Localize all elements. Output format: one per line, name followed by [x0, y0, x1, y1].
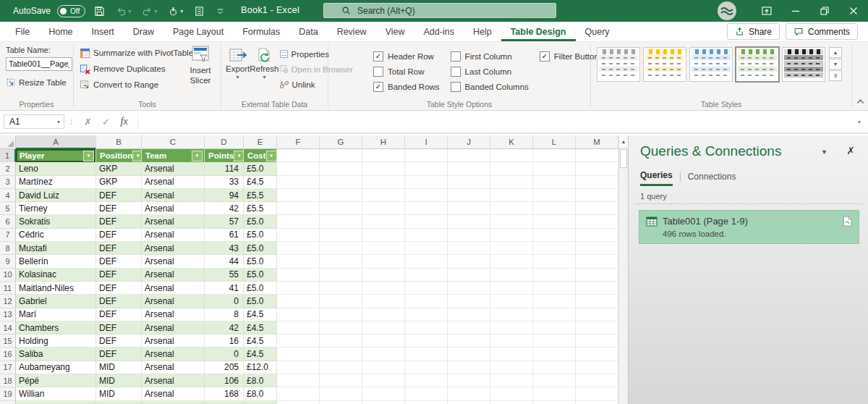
cell-E7[interactable]: £5.0	[244, 229, 277, 242]
cell-I6[interactable]	[405, 215, 448, 228]
column-header-G[interactable]: G	[320, 135, 362, 149]
cell-M10[interactable]	[576, 269, 618, 282]
tab-data[interactable]: Data	[289, 22, 327, 41]
cell-H16[interactable]	[362, 348, 405, 361]
cell-D3[interactable]: 33	[205, 176, 244, 189]
cell-L11[interactable]	[533, 282, 576, 295]
tab-review[interactable]: Review	[328, 22, 376, 41]
cell-M9[interactable]	[576, 255, 618, 268]
cell-H12[interactable]	[362, 295, 405, 308]
cell-L10[interactable]	[533, 269, 576, 282]
cell-E8[interactable]: £5.0	[244, 242, 277, 255]
cell-K6[interactable]	[490, 215, 533, 228]
table-header-points[interactable]: Points▾	[205, 149, 244, 162]
scrollbar-thumb[interactable]	[620, 149, 627, 168]
row-header-14[interactable]: 14	[0, 321, 16, 334]
cell-K9[interactable]	[490, 255, 533, 268]
tab-draw[interactable]: Draw	[124, 22, 163, 41]
cell-F19[interactable]	[277, 387, 320, 400]
cell-K19[interactable]	[490, 387, 533, 400]
cell-A17[interactable]: Aubameyang	[16, 361, 96, 374]
table-header-team[interactable]: Team▾	[142, 149, 205, 162]
cell-F17[interactable]	[277, 361, 320, 374]
cell-C18[interactable]: Arsenal	[142, 374, 205, 387]
cell-G14[interactable]	[320, 321, 362, 334]
cell-A2[interactable]: Leno	[16, 162, 96, 175]
cell-D12[interactable]: 0	[205, 295, 244, 308]
cell-I5[interactable]	[405, 202, 448, 215]
cell-A11[interactable]: Maitland-Niles	[16, 282, 96, 295]
cell-D11[interactable]: 41	[205, 282, 244, 295]
tab-page-layout[interactable]: Page Layout	[163, 22, 233, 41]
cell-A10[interactable]: Kolasinac	[16, 269, 96, 282]
tab-connections[interactable]: Connections	[688, 172, 736, 185]
cell-F15[interactable]	[277, 334, 320, 348]
cell-H14[interactable]	[362, 321, 405, 334]
pane-menu-icon[interactable]: ▼	[821, 148, 827, 156]
cell-C10[interactable]: Arsenal	[142, 269, 205, 282]
cell-C7[interactable]: Arsenal	[142, 229, 205, 242]
quick-commands-button[interactable]	[192, 0, 207, 22]
cell-M11[interactable]	[576, 282, 618, 295]
cell-B10[interactable]: DEF	[96, 269, 142, 282]
cell-H19[interactable]	[362, 387, 405, 400]
cell-B7[interactable]: DEF	[96, 229, 142, 242]
cell-H3[interactable]	[362, 176, 405, 189]
cell-C13[interactable]: Arsenal	[142, 308, 205, 321]
row-header-17[interactable]: 17	[0, 361, 16, 374]
cell-B9[interactable]: DEF	[96, 255, 142, 268]
cell-J2[interactable]	[448, 162, 490, 175]
cell-G5[interactable]	[320, 202, 362, 215]
style-gallery-down-button[interactable]: ▼	[829, 59, 842, 70]
cell-D13[interactable]: 8	[205, 308, 244, 321]
touch-mouse-mode-button[interactable]: ▾	[166, 0, 185, 22]
row-header-18[interactable]: 18	[0, 374, 16, 387]
cell-D17[interactable]: 205	[205, 361, 244, 374]
cell-K3[interactable]	[490, 176, 533, 189]
checkbox-first-column-box[interactable]	[451, 51, 461, 62]
row-header-8[interactable]: 8	[0, 242, 16, 255]
cell-G12[interactable]	[320, 295, 362, 308]
cell-M7[interactable]	[576, 229, 618, 242]
cell-J8[interactable]	[448, 242, 490, 255]
cell-J3[interactable]	[448, 176, 490, 189]
cell-E5[interactable]: £5.5	[244, 202, 277, 215]
cell-B15[interactable]: DEF	[96, 334, 142, 348]
checkbox-last-column-box[interactable]	[451, 67, 461, 77]
cell-B20[interactable]	[96, 401, 142, 404]
cell-H2[interactable]	[362, 162, 405, 175]
cell-B17[interactable]: MID	[96, 361, 142, 374]
row-header-9[interactable]: 9	[0, 255, 16, 268]
cell-B12[interactable]: DEF	[96, 295, 142, 308]
cell-K11[interactable]	[490, 282, 533, 295]
cell-C3[interactable]: Arsenal	[142, 176, 205, 189]
cell-E17[interactable]: £12.0	[244, 361, 277, 374]
cell-E3[interactable]: £4.5	[244, 176, 277, 189]
cell-A9[interactable]: Bellerín	[16, 255, 96, 268]
expand-formula-bar-icon[interactable]: ▾	[851, 119, 868, 125]
cell-E9[interactable]: £5.0	[244, 255, 277, 268]
cell-F2[interactable]	[277, 162, 320, 175]
cell-L13[interactable]	[533, 308, 576, 321]
checkbox-banded-rows[interactable]: ✓Banded Rows	[373, 79, 440, 94]
cell-I13[interactable]	[405, 308, 448, 321]
cell-C12[interactable]: Arsenal	[142, 295, 205, 308]
cell-M12[interactable]	[576, 295, 618, 308]
cell-G3[interactable]	[320, 176, 362, 189]
cell-I7[interactable]	[405, 229, 448, 242]
cell-M1[interactable]	[576, 149, 618, 162]
cell-K5[interactable]	[490, 202, 533, 215]
insert-slicer-button[interactable]: InsertSlicer	[184, 46, 217, 85]
cell-J19[interactable]	[448, 387, 490, 400]
checkbox-total-row[interactable]: Total Row	[373, 64, 440, 79]
cell-E20[interactable]	[244, 401, 277, 404]
cell-I11[interactable]	[405, 282, 448, 295]
cell-D19[interactable]: 168	[205, 387, 244, 400]
checkbox-first-column[interactable]: First Column	[451, 49, 529, 64]
cell-L15[interactable]	[533, 334, 576, 348]
cell-I12[interactable]	[405, 295, 448, 308]
cell-B18[interactable]: MID	[96, 374, 142, 387]
cell-I18[interactable]	[405, 374, 448, 387]
search-box[interactable]: Search (Alt+Q)	[323, 3, 556, 18]
column-header-E[interactable]: E	[244, 135, 277, 149]
